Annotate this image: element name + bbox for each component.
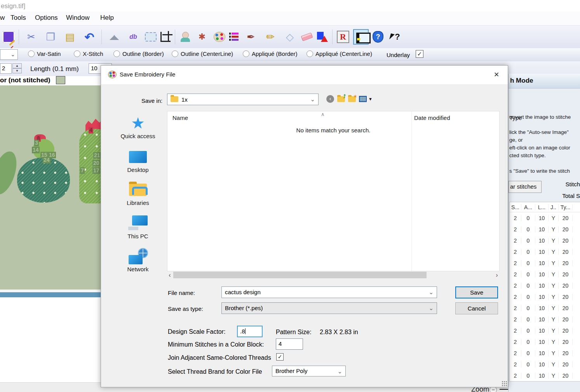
radio-outline-border-[interactable]: Outline (Border) [113, 50, 164, 57]
menu-item-help[interactable]: Help [100, 14, 114, 22]
table-row[interactable]: 2010Y20 [510, 269, 580, 280]
autosew-icon[interactable] [353, 29, 369, 45]
radio-circle-icon[interactable] [243, 50, 249, 57]
brush-icon[interactable]: ✒ [243, 29, 259, 45]
table-row[interactable]: 2010Y20 [510, 347, 580, 359]
sidebar-item-quick-access[interactable]: ★ Quick access [113, 115, 163, 139]
sidebar-item-this-pc[interactable]: This PC [113, 215, 163, 239]
context-help-icon[interactable]: ? [387, 29, 403, 45]
sidebar-item-libraries[interactable]: Libraries [113, 182, 163, 206]
table-row[interactable]: 2010Y20 [510, 291, 580, 302]
table-header-row[interactable]: S...A...L...J..Ty... [510, 202, 580, 212]
table-row[interactable]: 2010Y20 [510, 314, 580, 325]
table-row[interactable]: 2010Y20 [510, 257, 580, 269]
table-row[interactable]: 2010Y20 [510, 359, 580, 370]
table-row[interactable]: 2010Y20 [510, 235, 580, 246]
join-threads-checkbox[interactable]: ✓ [276, 353, 284, 361]
back-button[interactable]: ‹ [326, 94, 335, 104]
table-row[interactable]: 2010Y20 [510, 302, 580, 314]
spin-up-icon[interactable]: ▲ [12, 63, 22, 68]
radio-x-stitch[interactable]: X-Stitch [74, 50, 103, 57]
table-cell: 10 [535, 294, 549, 300]
palette-icon[interactable] [214, 32, 225, 42]
resize-grip[interactable] [502, 381, 507, 386]
save-in-combo[interactable]: 1x ⌄ [167, 94, 319, 105]
column-header-type[interactable]: Type [509, 114, 522, 121]
table-row[interactable]: 2010Y20 [510, 370, 580, 381]
param-spinner[interactable]: ▲ ▼ [12, 63, 22, 74]
table-row[interactable]: 2010Y20 [510, 325, 580, 336]
cut-icon[interactable]: ✂ [23, 29, 39, 45]
thread-brand-select[interactable]: Brother Poly ⌄ [272, 366, 346, 376]
color-swatch[interactable] [56, 76, 65, 84]
cancel-button[interactable]: Cancel [455, 302, 498, 314]
undo-icon[interactable]: ↶ [82, 29, 97, 45]
stitch-parameter-table[interactable]: S...A...L...J..Ty...2010Y202010Y202010Y2… [509, 202, 580, 382]
menu-item-view-partial[interactable]: w [0, 14, 5, 22]
column-separator[interactable] [505, 111, 506, 271]
radio-appliqu-centerline-[interactable]: Appliqué (CenterLine) [307, 50, 372, 57]
radio-circle-icon[interactable] [28, 50, 35, 57]
table-row[interactable]: 2010Y20 [510, 280, 580, 291]
column-header-date-modified[interactable]: Date modified [414, 114, 450, 121]
column-separator[interactable] [411, 111, 412, 271]
table-row[interactable]: 2010Y20 [510, 336, 580, 347]
wand-icon[interactable]: ✱ [194, 29, 210, 45]
help-icon[interactable]: ? [373, 31, 383, 43]
marquee-icon[interactable] [145, 32, 157, 42]
sparkle-icon: ✶ [353, 94, 357, 99]
pencil-icon[interactable]: ✏ [263, 29, 278, 45]
save-icon[interactable] [3, 31, 14, 43]
sidebar-item-network[interactable]: Network [113, 248, 163, 272]
table-row[interactable]: 2010Y20 [510, 246, 580, 257]
shapes-icon[interactable] [316, 31, 328, 43]
param-value-input[interactable]: 2 [0, 63, 12, 74]
underlay-checkbox[interactable]: ✓ [416, 50, 423, 58]
new-folder-button[interactable]: ✶ [347, 94, 357, 104]
table-row[interactable]: 2010Y20 [510, 212, 580, 224]
scroll-right-icon[interactable]: › [494, 271, 500, 279]
eraser-icon[interactable] [301, 33, 313, 42]
clear-stitches-button[interactable]: ar stitches [509, 181, 542, 193]
thread-colors-icon[interactable] [229, 32, 239, 42]
redwork-icon[interactable]: R [337, 31, 349, 43]
design-canvas[interactable]: 831415162442120177 [0, 85, 103, 290]
copy-icon[interactable]: ❐ [43, 29, 58, 45]
spin-down-icon[interactable]: ▼ [12, 68, 22, 73]
min-stitches-input[interactable]: 4 [276, 338, 303, 350]
up-one-level-button[interactable]: ⤴ [336, 94, 346, 104]
column-header-name[interactable]: Name [172, 114, 188, 121]
dialog-title-bar[interactable]: Save Embroidery File ✕ [101, 66, 508, 84]
views-dropdown-icon[interactable]: ▼ [368, 97, 373, 101]
mirror-db-icon[interactable]: db [125, 29, 141, 45]
save-as-type-select[interactable]: Brother (*.pes) ⌄ [221, 302, 437, 314]
radio-var-satin[interactable]: Var-Satin [28, 50, 61, 57]
radio-circle-icon[interactable] [113, 50, 120, 57]
flip-horizontal-icon[interactable]: ◢◣ [106, 29, 122, 45]
menu-item-options[interactable]: Options [35, 14, 58, 22]
close-icon[interactable]: ✕ [491, 69, 502, 80]
radio-circle-icon[interactable] [307, 50, 313, 57]
scroll-left-icon[interactable]: ‹ [167, 271, 172, 279]
file-name-input[interactable]: cactus design ⌄ [221, 286, 437, 298]
save-button[interactable]: Save [455, 286, 498, 298]
table-row[interactable]: 2010Y20 [510, 224, 580, 235]
views-menu-button[interactable] [358, 94, 368, 104]
paste-icon[interactable]: ▤ [62, 29, 78, 45]
radio-circle-icon[interactable] [172, 50, 178, 57]
radio-circle-icon[interactable] [74, 50, 80, 57]
radio-outline-centerline-[interactable]: Outline (CenterLine) [172, 50, 233, 57]
scrollbar-thumb[interactable] [173, 272, 427, 278]
stitch-type-combo[interactable]: ⌄ [0, 49, 18, 60]
person-icon[interactable] [179, 31, 190, 43]
radio-appliqu-border-[interactable]: Appliqué (Border) [243, 50, 298, 57]
crop-icon[interactable] [160, 32, 171, 42]
design-scale-input[interactable]: .8 [237, 326, 263, 337]
file-list[interactable]: Name ∧ Date modified Type No items match… [167, 111, 500, 271]
menu-item-tools[interactable]: Tools [10, 14, 26, 22]
fill-icon[interactable]: ◇ [282, 29, 298, 45]
menu-item-window[interactable]: Window [66, 14, 89, 22]
horizontal-scrollbar[interactable]: ‹ › [167, 271, 500, 279]
sort-ascending-icon[interactable]: ∧ [321, 111, 325, 117]
sidebar-item-desktop[interactable]: Desktop [113, 149, 163, 173]
